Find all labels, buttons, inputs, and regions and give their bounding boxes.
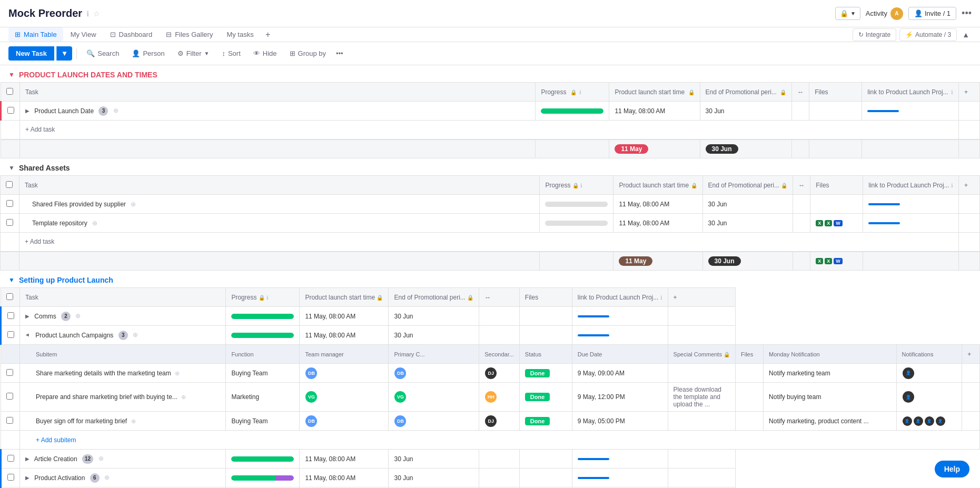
add-view-button[interactable]: + (261, 28, 275, 42)
automate-label: Automate / 3 (915, 31, 951, 38)
person-button[interactable]: 👤 Person (126, 47, 170, 60)
person-icon: 👤 (132, 49, 140, 57)
row-task-name: Shared Files provided by supplier ⊕ (19, 195, 540, 214)
activation-add-icon[interactable]: ⊕ (104, 474, 110, 481)
new-task-button[interactable]: New Task (8, 46, 54, 61)
help-button[interactable]: Help (935, 461, 969, 477)
add-subitem-icon[interactable]: ⊕ (113, 107, 118, 114)
section-shared-assets-title: Shared Assets (19, 164, 70, 172)
automate-button[interactable]: ⚡ Automate / 3 (899, 28, 957, 41)
excel-file-icon: X (816, 220, 823, 226)
search-button[interactable]: 🔍 Search (81, 47, 124, 60)
comms-label: Comms (34, 312, 56, 320)
tab-files-gallery[interactable]: ⊟ Files Gallery (160, 27, 219, 42)
lock-icon: 🔒 (840, 9, 848, 17)
section-setting-up-title: Setting up Product Launch (19, 276, 113, 284)
campaigns-add-icon[interactable]: ⊕ (133, 331, 138, 338)
campaigns-end: 30 Jun (389, 326, 479, 345)
tab-my-tasks[interactable]: My tasks (220, 27, 260, 42)
subitem-columns-header: Subitem Function Team manager Primary C.… (1, 345, 980, 364)
progress-label: Progress (541, 88, 566, 96)
col-header-end: End of Promotional peri... 🔒 (700, 83, 792, 102)
automate-icon: ⚡ (905, 31, 913, 38)
activation-expand-icon[interactable]: ▶ (25, 475, 29, 481)
subcol-primary: Primary C... (389, 345, 479, 364)
filter-button[interactable]: ⚙ Filter ▼ (172, 47, 215, 60)
more-options-button[interactable]: ••• (962, 8, 972, 19)
activity-button[interactable]: Activity A (866, 7, 903, 20)
lock-button[interactable]: 🔒 ▼ (835, 7, 860, 20)
new-task-dropdown-button[interactable]: ▼ (56, 46, 72, 61)
integrate-label: Integrate (866, 31, 890, 38)
main-table-icon: ⊞ (15, 31, 21, 38)
campaigns-row: ▼ Product Launch Campaigns 3 ⊕ (20, 326, 226, 345)
row-progress (540, 195, 613, 214)
tab-dashboard[interactable]: ⊡ Dashboard (104, 27, 159, 42)
subitem-notif-avatars-3: 👤 👤 👤 👤 (896, 412, 962, 431)
secondary-avatar-1: DJ (485, 367, 497, 379)
subitem-due-2: 9 May, 12:00 PM (572, 383, 668, 412)
info-icon[interactable]: ℹ (86, 9, 89, 18)
comms-add-icon[interactable]: ⊕ (75, 312, 81, 320)
article-label: Article Creation (34, 455, 77, 462)
col-lock-icon: 🔒 (570, 89, 577, 95)
title-icons: ℹ ☆ (86, 9, 100, 18)
activation-badge: 6 (90, 473, 100, 483)
expand-row-icon[interactable]: ▶ (25, 108, 29, 114)
row-files (809, 102, 862, 121)
collapse-button[interactable]: ▲ (960, 28, 972, 41)
row-end: 30 Jun (700, 102, 792, 121)
sort-button[interactable]: ↕ Sort (216, 47, 245, 60)
section-setting-up-header[interactable]: ▼ Setting up Product Launch (0, 271, 980, 287)
primary-avatar-1: DB (394, 367, 406, 379)
star-icon[interactable]: ☆ (93, 9, 100, 18)
article-start: 11 May, 08:00 AM (300, 450, 389, 469)
campaigns-expand-icon[interactable]: ▼ (25, 333, 31, 338)
col-header-files: Files (809, 83, 862, 102)
integrate-button[interactable]: ↻ Integrate (853, 28, 896, 41)
section-shared-assets-header[interactable]: ▼ Shared Assets (0, 158, 980, 175)
article-expand-icon[interactable]: ▶ (25, 456, 29, 462)
col-header-link: link to Product Launch Proj... ℹ (862, 83, 959, 102)
comms-expand-icon[interactable]: ▶ (25, 313, 29, 319)
word-file-icon: W (834, 220, 843, 226)
table-row: Shared Files provided by supplier ⊕ 11 M… (1, 195, 980, 214)
select-all-checkbox[interactable] (6, 88, 13, 95)
hide-button[interactable]: 👁 Hide (248, 47, 282, 60)
my-view-label: My View (71, 31, 96, 38)
section-product-launch-header[interactable]: ▼ PRODUCT LAUNCH DATES AND TIMES (0, 65, 980, 82)
subcol-add[interactable]: + (962, 345, 980, 364)
subcol-function: Function (226, 345, 300, 364)
person-icon: 👤 (914, 9, 923, 17)
subitem-name-1: Share marketing details with the marketi… (20, 364, 226, 383)
group-by-button[interactable]: ⊞ Group by (284, 47, 331, 60)
integrate-icon: ↻ (858, 31, 864, 38)
tab-main-table[interactable]: ⊞ Main Table (8, 27, 63, 42)
summary-word-icon: W (834, 258, 843, 264)
add-task-label[interactable]: + Add task (20, 121, 959, 140)
sort-label: Sort (228, 49, 241, 57)
table-row: ▶ Product Launch Date 3 ⊕ 11 May, 08:00 … (1, 102, 980, 121)
add-subitem-icon[interactable]: ⊕ (92, 220, 97, 227)
files-gallery-icon: ⊟ (166, 31, 172, 38)
setting-up-table: Task Progress 🔒 ℹ Product launch start t… (0, 287, 980, 488)
add-subitem-icon[interactable]: ⊕ (131, 201, 136, 208)
add-subitem-label[interactable]: + Add subitem (20, 431, 980, 450)
subitem-row: Buyer sign off for marketing brief ⊕ Buy… (1, 412, 980, 431)
activation-start: 11 May, 08:00 AM (300, 469, 389, 487)
col-header-add[interactable]: + (959, 83, 980, 102)
subitem-notif-label-2: Notify buying team (764, 383, 897, 412)
tab-my-view[interactable]: My View (64, 27, 103, 42)
row-files (810, 195, 863, 214)
article-add-icon[interactable]: ⊕ (98, 455, 104, 462)
invite-button[interactable]: 👤 Invite / 1 (908, 7, 956, 20)
more-toolbar-button[interactable]: ••• (333, 47, 346, 60)
add-subitem-row[interactable]: + Add subitem (1, 431, 980, 450)
row-checkbox[interactable] (1, 102, 20, 121)
add-task-row[interactable]: + Add task (1, 233, 980, 252)
subcol-subitem: Subitem (20, 345, 226, 364)
lock-chevron: ▼ (850, 11, 856, 16)
add-task-label[interactable]: + Add task (19, 233, 959, 252)
column-headers-row: Task Progress 🔒 ℹ Product launch start t… (1, 83, 980, 102)
add-task-row[interactable]: + Add task (1, 121, 980, 140)
